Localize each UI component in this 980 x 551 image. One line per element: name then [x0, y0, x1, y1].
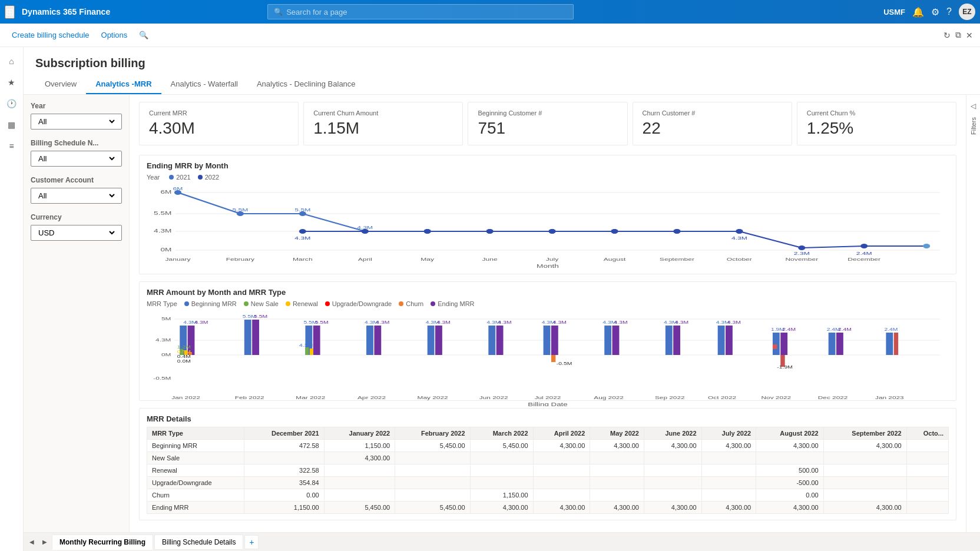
- home-icon[interactable]: ⌂: [2, 52, 21, 71]
- billing-schedule-select-input[interactable]: All: [36, 154, 117, 164]
- svg-rect-84: [435, 326, 442, 355]
- tab-analytics-mrr[interactable]: Analytics -MRR: [86, 75, 161, 94]
- legend-dot-renewal: [286, 301, 290, 306]
- page-header: Subscription billing: [24, 47, 980, 75]
- customer-account-select-input[interactable]: All: [36, 191, 117, 201]
- row-beginning-sep22: 4,300.00: [823, 440, 906, 452]
- svg-text:May 2022: May 2022: [418, 395, 448, 400]
- svg-text:5.5M: 5.5M: [315, 320, 329, 325]
- svg-rect-102: [673, 326, 680, 355]
- bottom-nav-next[interactable]: ▶: [39, 536, 51, 548]
- svg-text:Sep 2022: Sep 2022: [655, 395, 685, 400]
- svg-text:Jan 2022: Jan 2022: [171, 395, 200, 400]
- bottom-tab-billing-schedule[interactable]: Billing Schedule Details: [154, 535, 243, 550]
- refresh-button[interactable]: ↻: [943, 30, 951, 40]
- bottom-tabs-bar: ◀ ▶ Monthly Recurring Billing Billing Sc…: [24, 532, 980, 551]
- row-upgrade-oct: [906, 477, 948, 489]
- row-new-sale-apr22: [533, 452, 590, 464]
- svg-text:July: July: [546, 257, 559, 262]
- row-renewal-dec21: 322.58: [244, 464, 324, 477]
- page-content: Subscription billing Overview Analytics …: [24, 47, 980, 551]
- svg-point-30: [798, 245, 805, 250]
- open-new-window-button[interactable]: ⧉: [955, 30, 961, 40]
- currency-filter-select[interactable]: USD EUR: [31, 225, 122, 241]
- row-renewal-jan22: [324, 464, 395, 477]
- filters-label[interactable]: Filters: [970, 117, 977, 135]
- legend-new-sale: New Sale: [244, 300, 279, 307]
- notification-icon[interactable]: 🔔: [912, 6, 924, 18]
- mrr-type-label: MRR Type: [147, 300, 177, 307]
- svg-rect-101: [666, 326, 673, 355]
- grid-menu-icon[interactable]: ⊞: [5, 5, 15, 19]
- customer-account-filter-select[interactable]: All: [31, 188, 122, 204]
- tab-analytics-waterfall[interactable]: Analytics - Waterfall: [161, 75, 247, 94]
- close-button[interactable]: ✕: [966, 30, 973, 40]
- ending-mrr-svg: 6M 5.5M 4.3M 0M: [147, 185, 949, 268]
- mrr-col-may-2022: May 2022: [590, 427, 644, 440]
- row-upgrade-feb22: [395, 477, 470, 489]
- year-select-input[interactable]: All 2021 2022: [36, 117, 117, 127]
- options-button[interactable]: Options: [97, 28, 133, 42]
- workspaces-icon[interactable]: ▦: [2, 115, 21, 134]
- mrr-col-jul-2022: July 2022: [701, 427, 756, 440]
- search-input[interactable]: [286, 8, 567, 16]
- svg-text:November: November: [785, 257, 818, 262]
- bottom-nav-prev[interactable]: ◀: [26, 536, 38, 548]
- svg-text:4.3M: 4.3M: [299, 343, 313, 348]
- currency-select-input[interactable]: USD EUR: [36, 228, 117, 238]
- tab-overview[interactable]: Overview: [35, 75, 86, 94]
- billing-schedule-filter-select[interactable]: All: [31, 151, 122, 167]
- legend-label-upgrade: Upgrade/Downgrade: [332, 300, 392, 307]
- year-filter-group: Year All 2021 2022: [31, 102, 122, 130]
- year-filter-label: Year: [31, 102, 122, 110]
- legend-dot-churn: [399, 301, 403, 306]
- row-churn-aug22: 0.00: [756, 489, 824, 502]
- legend-label-renewal: Renewal: [293, 300, 318, 307]
- row-beginning-mrr-label: Beginning MRR: [147, 440, 244, 452]
- row-ending-mrr-label: Ending MRR: [147, 502, 244, 514]
- row-ending-aug22: 4,300.00: [756, 502, 824, 514]
- year-filter-select[interactable]: All 2021 2022: [31, 114, 122, 130]
- favorites-icon[interactable]: ★: [2, 73, 21, 92]
- create-billing-button[interactable]: Create billing schedule: [7, 28, 94, 42]
- row-beginning-jun22: 4,300.00: [644, 440, 702, 452]
- user-avatar[interactable]: EZ: [959, 4, 975, 20]
- row-ending-feb22: 5,450.00: [395, 502, 470, 514]
- kpi-churn-amount: Current Churn Amount 1.15M: [303, 102, 463, 145]
- mrr-bar-svg: 5M 4.3M 0M -0.5M: [147, 312, 949, 406]
- svg-rect-117: [836, 333, 843, 355]
- table-row: Renewal 322.58 500.00: [147, 464, 949, 477]
- tab-analytics-declining[interactable]: Analytics - Declining Balance: [247, 75, 365, 94]
- bottom-tab-monthly-recurring[interactable]: Monthly Recurring Billing: [52, 535, 153, 550]
- row-beginning-dec21: 472.58: [244, 440, 324, 452]
- legend-2022: 2022: [198, 174, 219, 181]
- svg-text:0.0M: 0.0M: [177, 359, 191, 364]
- legend-dot-new-sale: [244, 301, 249, 306]
- kpi-churn-customer-label: Churn Customer #: [643, 109, 782, 117]
- search-bar[interactable]: 🔍: [267, 4, 574, 19]
- row-ending-mar22: 4,300.00: [470, 502, 533, 514]
- svg-rect-68: [244, 320, 251, 355]
- svg-text:4.3M: 4.3M: [376, 320, 389, 325]
- kpi-churn-amount-value: 1.15M: [313, 119, 453, 138]
- settings-icon[interactable]: ⚙: [931, 6, 939, 18]
- row-ending-jun22: 4,300.00: [644, 502, 702, 514]
- app-name: Dynamics 365 Finance: [22, 7, 110, 16]
- recent-icon[interactable]: 🕐: [2, 94, 21, 113]
- kpi-current-mrr: Current MRR 4.30M: [139, 102, 299, 145]
- right-filters-toggle-icon[interactable]: ◁: [968, 99, 978, 112]
- row-renewal-feb22: [395, 464, 470, 477]
- toolbar-search-button[interactable]: 🔍: [134, 28, 153, 42]
- kpi-current-mrr-value: 4.30M: [149, 119, 289, 138]
- help-icon[interactable]: ?: [946, 6, 952, 17]
- row-new-sale-oct: [906, 452, 948, 464]
- legend-ending-mrr: Ending MRR: [431, 300, 474, 307]
- row-ending-jul22: 4,300.00: [701, 502, 756, 514]
- row-churn-jul22: [701, 489, 756, 502]
- modules-icon[interactable]: ≡: [2, 137, 21, 155]
- svg-rect-69: [252, 320, 259, 355]
- mrr-table-scroll[interactable]: MRR Type December 2021 January 2022 Febr…: [147, 427, 949, 514]
- row-new-sale-may22: [590, 452, 644, 464]
- svg-text:March: March: [293, 257, 313, 262]
- add-sheet-button[interactable]: +: [244, 535, 259, 549]
